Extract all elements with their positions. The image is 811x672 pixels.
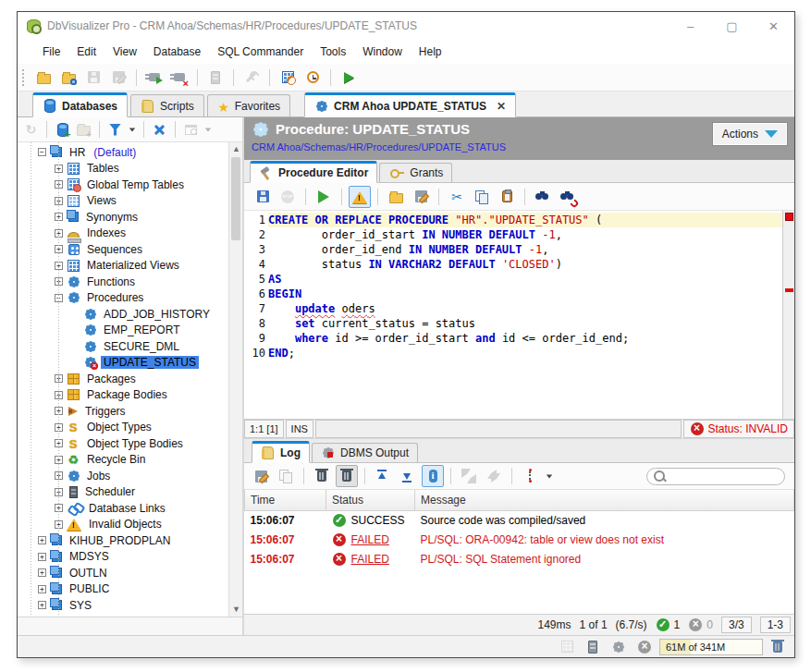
expand-node-icon[interactable]: + [38,601,46,609]
menu-help[interactable]: Help [411,43,450,61]
col-sep-button[interactable] [519,465,541,487]
find-button[interactable] [532,186,554,208]
tree-item-triggers[interactable]: +Triggers [18,403,228,420]
expand-node-icon[interactable]: + [55,197,63,205]
filter-button[interactable] [105,120,125,140]
collapse-node-icon[interactable]: − [55,294,63,302]
folder-gear-button[interactable] [57,67,80,89]
export-button[interactable] [250,465,272,487]
tab-databases[interactable]: Databases [32,92,128,117]
tab-log[interactable]: Log [252,441,310,463]
tree-item-synonyms[interactable]: +Synonyms [18,209,228,226]
scroll-top-button[interactable] [372,465,394,487]
log-row-2[interactable]: 15:06:07FAILEDPL/SQL: ORA-00942: table o… [245,530,794,549]
info-button[interactable] [422,465,444,487]
tree-label[interactable]: ADD_JOB_HISTORY [101,308,213,321]
tree-item-recycle-bin[interactable]: +♻Recycle Bin [18,452,228,469]
tree-label[interactable]: Invalid Objects [86,518,165,531]
tree-label[interactable]: Object Types [84,421,154,434]
log-row-3[interactable]: 15:06:07FAILEDPL/SQL: SQL Statement igno… [245,549,794,568]
tools-button[interactable] [240,67,263,89]
scrollbar-thumb[interactable] [231,157,240,240]
clear-button[interactable] [311,465,333,487]
expand-node-icon[interactable]: + [55,471,63,480]
copy-button[interactable] [471,186,493,208]
log-row-1[interactable]: 15:06:07SUCCESSSource code was compiled/… [245,510,794,530]
code-line-6[interactable]: BEGIN [268,287,782,301]
tab-close-icon[interactable]: ✕ [497,100,506,113]
expand-node-icon[interactable]: + [38,568,46,577]
menu-tools[interactable]: Tools [312,43,354,61]
code-line-10[interactable]: END; [268,346,782,360]
find-replace-button[interactable] [557,186,579,208]
tab-grants[interactable]: Grants [379,163,452,182]
tree-item-emp-report[interactable]: EMP_REPORT [18,323,228,339]
tree-item-database-links[interactable]: +Database Links [18,500,228,517]
tree-item-hr[interactable]: −HR(Default) [18,144,228,161]
code-line-2[interactable]: order_id_start IN NUMBER DEFAULT -1, [268,227,782,242]
status-server-button[interactable] [582,636,604,658]
paste-button[interactable] [496,186,518,208]
execute-button[interactable] [313,186,335,208]
actions-button[interactable]: Actions [713,123,787,145]
tree-item-indexes[interactable]: +Indexes [18,226,228,242]
tree-label[interactable]: UPDATE_STATUS [101,356,199,369]
copy-button[interactable] [275,465,297,487]
col-header-status[interactable]: Status [326,490,415,510]
status-cancel-button[interactable] [633,636,656,658]
save-as-button[interactable] [107,67,129,89]
tree-item-invalid-objects[interactable]: +Invalid Objects [18,517,228,533]
tree-label[interactable]: Views [84,194,119,207]
menu-file[interactable]: File [34,43,68,61]
error-strip-top-marker[interactable] [785,213,793,221]
folder-add-button[interactable] [74,120,93,140]
tree-label[interactable]: Indexes [84,226,129,239]
log-search-box[interactable] [646,468,785,485]
expand-node-icon[interactable]: + [38,585,46,593]
gc-trash-button[interactable] [767,636,789,658]
tree-item-scheduler[interactable]: +Scheduler [18,484,228,501]
warnings-button[interactable] [349,186,371,208]
tree-item-object-type-bodies[interactable]: +SObject Type Bodies [18,435,228,452]
tree-label[interactable]: SYS [67,599,94,612]
tree-item-tables[interactable]: +Tables [18,161,228,177]
open-folder-button[interactable] [385,186,407,208]
menu-database[interactable]: Database [145,43,209,61]
save-button[interactable] [82,67,104,89]
tree-item-add-job-history[interactable]: ADD_JOB_HISTORY [18,306,228,323]
tree-label[interactable]: Jobs [84,470,113,483]
tree-item-package-bodies[interactable]: +Package Bodies [18,387,228,404]
disconnect-button[interactable] [168,67,190,89]
col-header-time[interactable]: Time [245,490,326,510]
expand-node-icon[interactable]: + [55,213,63,221]
tree-label[interactable]: Scheduler [82,485,138,498]
tree-scrollbar[interactable]: ▲ ▼ [228,142,242,617]
collapse-button[interactable] [483,465,505,487]
expand-node-icon[interactable]: + [55,262,63,270]
expand-node-icon[interactable]: + [55,229,63,238]
tree-label[interactable]: Synonyms [83,211,141,224]
tab-favorites[interactable]: ★ Favorites [207,94,290,116]
expand-node-icon[interactable]: + [55,277,63,286]
tree-label[interactable]: Packages [84,373,139,385]
tree-label[interactable]: Package Bodies [84,388,170,401]
expand-button[interactable] [458,465,480,487]
expand-node-icon[interactable]: + [55,407,63,415]
code-pane[interactable]: CREATE OR REPLACE PROCEDURE "HR"."UPDATE… [268,211,782,419]
menu-edit[interactable]: Edit [68,43,104,61]
scroll-up-icon[interactable]: ▲ [229,142,242,156]
tree-label[interactable]: Triggers [82,405,129,418]
scroll-bottom-button[interactable] [397,465,419,487]
tab-scripts[interactable]: Scripts [130,94,204,116]
tree-label[interactable]: SECURE_DML [101,340,182,353]
expand-node-icon[interactable]: + [55,439,63,447]
tree-item-outln[interactable]: +OUTLN [18,565,228,581]
tree-item-jobs[interactable]: +Jobs [18,468,228,484]
code-line-4[interactable]: status IN VARCHAR2 DEFAULT 'CLOSED') [268,257,782,272]
tree-item-materialized-views[interactable]: +Materialized Views [18,258,228,275]
tree-item-views[interactable]: +Views [18,193,228,210]
tree-item-sys[interactable]: +SYS [18,597,228,614]
tree-label[interactable]: Sequences [84,243,145,256]
code-line-3[interactable]: order_id_end IN NUMBER DEFAULT -1, [268,242,782,257]
tree-item-kihub-prodplan[interactable]: +KIHUB_PRODPLAN [18,532,228,549]
